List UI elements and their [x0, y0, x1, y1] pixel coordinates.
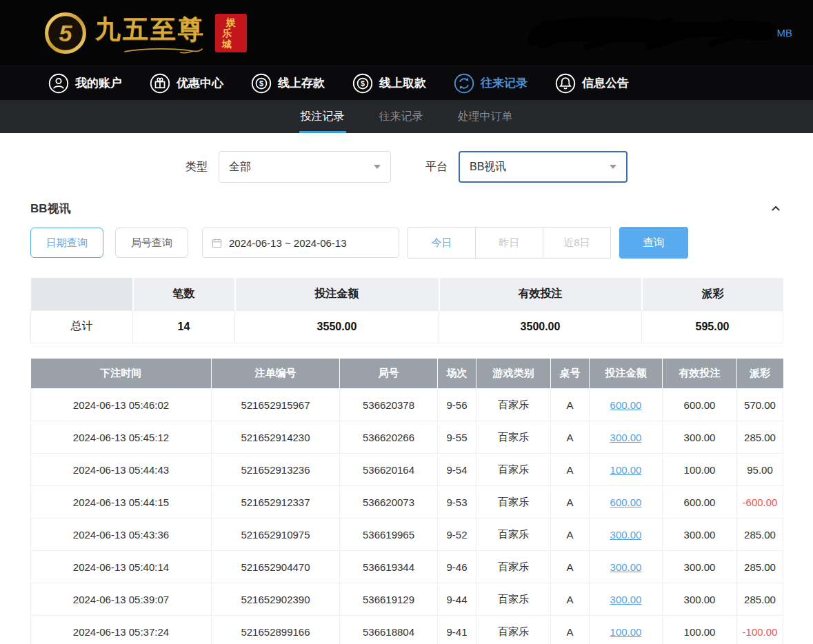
tab-betting-records[interactable]: 投注记录: [299, 100, 346, 133]
collapse-section-button[interactable]: [769, 201, 783, 215]
summary-header-valid-bet: 有效投注: [439, 278, 642, 310]
svg-text:$: $: [361, 79, 365, 88]
logo-badge: 娱乐城: [215, 14, 247, 52]
platform-select-value: BB视讯: [470, 160, 506, 174]
calendar-icon: [211, 237, 223, 249]
col-header-table: 桌号: [551, 359, 590, 389]
cell-bet-amount: 100.00: [590, 616, 663, 644]
cell-valid-bet: 600.00: [663, 389, 737, 421]
bet-amount-link[interactable]: 300.00: [610, 529, 642, 541]
cell-payout: -600.00: [737, 486, 783, 519]
cell-bet-time: 2024-06-13 05:44:15: [31, 486, 212, 519]
sub-tab-bar: 投注记录 往来记录 处理中订单: [0, 100, 813, 133]
cell-bet-number: 521652904470: [212, 551, 340, 583]
cell-round-number: 536620378: [340, 389, 438, 421]
chevron-down-icon: [374, 165, 381, 169]
cell-table: A: [551, 551, 590, 583]
bet-amount-link[interactable]: 100.00: [610, 626, 642, 638]
cell-bet-time: 2024-06-13 05:43:36: [31, 519, 212, 551]
cell-bet-amount: 600.00: [590, 486, 663, 519]
cell-round-number: 536619965: [340, 519, 438, 551]
bet-amount-link[interactable]: 300.00: [610, 432, 642, 443]
bet-amount-link[interactable]: 100.00: [610, 464, 642, 476]
nav-item-promotions[interactable]: 优惠中心: [150, 73, 223, 94]
section-header: BB视讯: [30, 201, 783, 216]
cell-valid-bet: 100.00: [663, 616, 737, 644]
col-header-valid-bet: 有效投注: [663, 359, 737, 389]
bet-table-body: 2024-06-13 05:46:02 521652915967 5366203…: [31, 389, 783, 644]
cell-bet-time: 2024-06-13 05:40:14: [31, 551, 212, 583]
today-button[interactable]: 今日: [408, 227, 476, 259]
cell-bet-number: 521652913236: [212, 454, 340, 486]
cell-payout: 95.00: [737, 454, 783, 486]
date-query-button[interactable]: 日期查询: [30, 228, 103, 258]
summary-header-bet-amount: 投注金额: [235, 278, 439, 310]
nav-item-label: 优惠中心: [177, 75, 223, 91]
nav-item-label: 线上取款: [379, 75, 426, 91]
nav-item-withdraw[interactable]: $ 线上取款: [352, 73, 426, 94]
cell-bet-amount: 300.00: [590, 421, 663, 454]
col-header-session: 场次: [438, 359, 476, 389]
logo-emblem-icon: 5: [44, 12, 87, 54]
cell-valid-bet: 300.00: [663, 421, 737, 454]
cell-bet-amount: 100.00: [590, 454, 663, 486]
summary-bet-amount-value: 3550.00: [235, 310, 439, 343]
cell-table: A: [551, 421, 590, 454]
bet-amount-link[interactable]: 300.00: [610, 561, 642, 573]
nav-item-my-account[interactable]: 我的账户: [48, 73, 122, 94]
cell-game-type: 百家乐: [476, 421, 551, 454]
date-range-input[interactable]: 2024-06-13 ~ 2024-06-13: [202, 228, 399, 258]
payout-value: -600.00: [743, 496, 778, 508]
tab-transaction-records[interactable]: 往来记录: [378, 100, 425, 133]
site-logo[interactable]: 5 九五至尊 娱乐城: [44, 12, 247, 54]
section-title: BB视讯: [30, 201, 71, 217]
cell-table: A: [551, 616, 590, 644]
cell-round-number: 536619344: [340, 551, 438, 583]
round-query-button[interactable]: 局号查询: [115, 228, 188, 258]
summary-header-blank: [31, 278, 133, 310]
bet-amount-link[interactable]: 600.00: [610, 399, 642, 411]
cell-table: A: [551, 486, 590, 519]
col-header-round-number: 局号: [340, 359, 438, 389]
cell-game-type: 百家乐: [476, 551, 551, 583]
header-right-area: MB: [525, 12, 793, 54]
account-suffix: MB: [777, 27, 793, 39]
cell-bet-number: 521652915967: [212, 389, 340, 421]
user-icon: [48, 73, 69, 94]
tab-processing-orders[interactable]: 处理中订单: [456, 100, 514, 133]
logo-flourish-icon: [119, 47, 208, 55]
cell-game-type: 百家乐: [476, 583, 551, 616]
cell-payout: 285.00: [737, 583, 783, 616]
deposit-coin-icon: $: [251, 73, 272, 94]
cell-bet-time: 2024-06-13 05:44:43: [31, 454, 212, 486]
cell-valid-bet: 100.00: [663, 454, 737, 486]
search-button[interactable]: 查询: [619, 227, 688, 259]
nav-item-transaction-records[interactable]: 往来记录: [454, 73, 528, 94]
summary-table: 笔数 投注金额 有效投注 派彩 总计 14 3550.00 3500.00 59…: [30, 278, 783, 343]
chevron-down-icon: [610, 165, 616, 169]
nav-item-label: 线上存款: [278, 75, 325, 91]
last-8-days-button[interactable]: 近8日: [543, 227, 611, 259]
cell-payout: 285.00: [737, 421, 783, 454]
cell-round-number: 536620266: [340, 421, 438, 454]
nav-item-deposit[interactable]: $ 线上存款: [251, 73, 325, 94]
type-select[interactable]: 全部: [219, 151, 391, 183]
bet-amount-link[interactable]: 300.00: [610, 594, 642, 605]
bet-amount-link[interactable]: 600.00: [610, 496, 642, 508]
yesterday-button[interactable]: 昨日: [475, 227, 543, 259]
summary-payout-value: 595.00: [642, 310, 783, 343]
cell-bet-number: 521652910975: [212, 519, 340, 551]
table-row: 2024-06-13 05:45:12 521652914230 5366202…: [31, 421, 783, 454]
col-header-bet-number: 注单编号: [212, 359, 340, 389]
summary-total-row: 总计 14 3550.00 3500.00 595.00: [31, 310, 783, 343]
cell-bet-time: 2024-06-13 05:37:24: [31, 616, 212, 644]
cell-table: A: [551, 389, 590, 421]
platform-select[interactable]: BB视讯: [459, 151, 628, 183]
platform-label: 平台: [425, 160, 448, 174]
cell-payout: 285.00: [737, 551, 783, 583]
col-header-bet-time: 下注时间: [31, 359, 212, 389]
nav-item-announcements[interactable]: 信息公告: [555, 73, 629, 94]
cell-bet-amount: 300.00: [590, 583, 663, 616]
svg-text:$: $: [259, 79, 263, 88]
cell-game-type: 百家乐: [476, 519, 551, 551]
